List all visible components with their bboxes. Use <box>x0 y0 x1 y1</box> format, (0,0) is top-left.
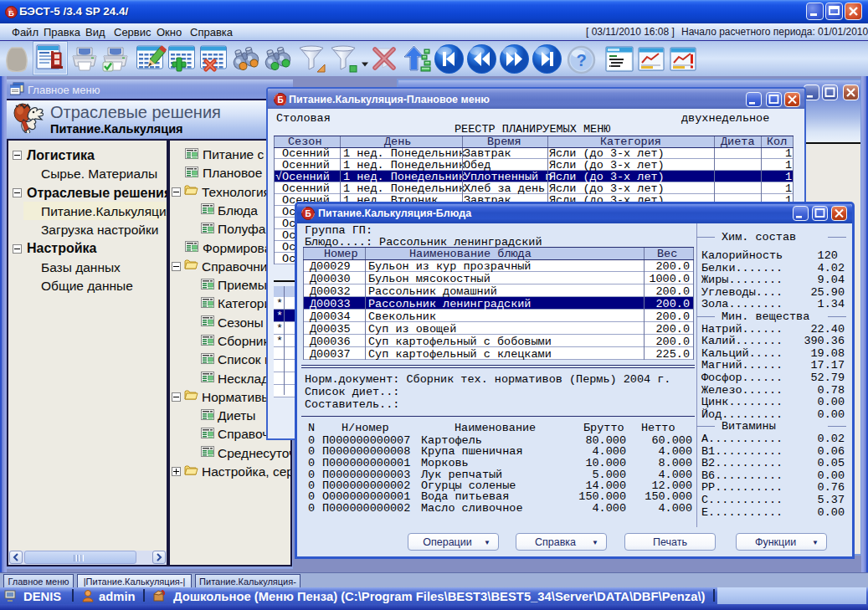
svg-text:Б: Б <box>305 209 311 218</box>
svg-text:Б: Б <box>8 8 14 18</box>
svg-text:?: ? <box>576 51 586 69</box>
svg-text:Б: Б <box>277 95 283 105</box>
